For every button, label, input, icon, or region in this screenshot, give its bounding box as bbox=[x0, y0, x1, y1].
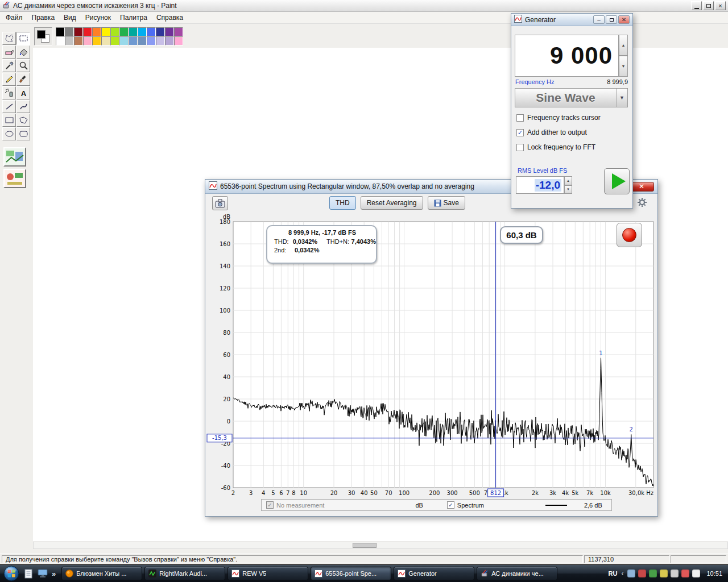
menu-item-1[interactable]: Файл bbox=[1, 12, 27, 23]
scrollbar-thumb[interactable] bbox=[353, 543, 377, 548]
frequency-tracks-cursor-checkbox[interactable] bbox=[516, 114, 524, 122]
color-swatch[interactable] bbox=[83, 36, 92, 45]
language-indicator[interactable]: RU bbox=[609, 570, 618, 577]
second-harmonic-value: 0,0342% bbox=[295, 247, 319, 253]
tray-icon-4[interactable] bbox=[660, 569, 668, 577]
menu-item-3[interactable]: Вид bbox=[59, 12, 81, 23]
color-swatch[interactable] bbox=[56, 27, 65, 36]
task-label: Generator bbox=[408, 570, 437, 577]
color-swatch[interactable] bbox=[119, 36, 129, 45]
color-swatch[interactable] bbox=[147, 27, 156, 36]
add-dither-checkbox[interactable]: ✓ bbox=[516, 129, 524, 136]
minimize-button[interactable]: – bbox=[593, 15, 605, 24]
rounded-rect-tool[interactable] bbox=[16, 127, 30, 140]
play-button[interactable] bbox=[604, 168, 630, 194]
color-swatch[interactable] bbox=[165, 36, 174, 45]
airbrush-tool[interactable] bbox=[2, 86, 16, 99]
save-button[interactable]: Save bbox=[428, 196, 465, 210]
maximize-button[interactable] bbox=[606, 15, 617, 24]
color-swatch[interactable] bbox=[165, 27, 174, 36]
color-swatch[interactable] bbox=[129, 27, 138, 36]
menu-item-4[interactable]: Рисунок bbox=[81, 12, 115, 23]
line-tool[interactable] bbox=[2, 100, 16, 113]
taskbar-task-4[interactable]: 65536-point Spe... bbox=[311, 567, 391, 580]
color-swatch[interactable] bbox=[83, 27, 92, 36]
color-swatch[interactable] bbox=[65, 27, 74, 36]
color-swatch[interactable] bbox=[56, 36, 65, 45]
free-select-tool[interactable] bbox=[2, 32, 16, 45]
color-swatch[interactable] bbox=[65, 36, 74, 45]
menu-item-6[interactable]: Справка bbox=[152, 12, 188, 23]
tray-icon-1[interactable] bbox=[627, 569, 635, 577]
spectrum-checkbox[interactable]: ✓ bbox=[447, 501, 454, 509]
color-swatch[interactable] bbox=[138, 36, 147, 45]
taskbar-task-5[interactable]: Generator bbox=[394, 567, 474, 580]
picker-tool[interactable] bbox=[2, 59, 16, 72]
brush-tool[interactable] bbox=[16, 73, 30, 86]
taskbar-task-6[interactable]: АС динамики че... bbox=[477, 567, 557, 580]
color-swatch[interactable] bbox=[92, 36, 101, 45]
minimize-button[interactable] bbox=[691, 1, 702, 10]
taskbar-task-2[interactable]: RightMark Audi... bbox=[144, 567, 225, 580]
settings-gear-icon[interactable] bbox=[637, 197, 648, 209]
color-swatch[interactable] bbox=[110, 27, 119, 36]
color-swatch[interactable] bbox=[156, 27, 165, 36]
color-swatch[interactable] bbox=[92, 27, 101, 36]
color-swatch[interactable] bbox=[138, 27, 147, 36]
color-swatch[interactable] bbox=[147, 36, 156, 45]
no-measurement-checkbox[interactable]: ✓ bbox=[266, 501, 274, 509]
pencil-tool[interactable] bbox=[2, 73, 16, 86]
taskbar-task-3[interactable]: REW V5 bbox=[228, 567, 308, 580]
lock-frequency-checkbox[interactable] bbox=[516, 144, 524, 151]
tray-expand-chevron[interactable]: ‹ bbox=[621, 569, 623, 577]
toolbar-overflow-chevron[interactable]: » bbox=[52, 569, 56, 578]
reset-averaging-button[interactable]: Reset Averaging bbox=[361, 196, 423, 210]
clipart-thumbnail-1[interactable] bbox=[3, 147, 26, 167]
frequency-display[interactable]: 9 000 bbox=[515, 35, 619, 77]
fill-tool[interactable] bbox=[16, 45, 30, 59]
text-tool[interactable]: A bbox=[16, 86, 30, 99]
color-swatch[interactable] bbox=[156, 36, 165, 45]
close-button[interactable]: × bbox=[715, 1, 726, 10]
rms-spinner[interactable]: ▲▼ bbox=[564, 176, 572, 194]
color-swatch[interactable] bbox=[110, 36, 119, 45]
document-icon[interactable] bbox=[23, 568, 34, 579]
record-button[interactable] bbox=[617, 223, 642, 247]
tray-icon-3[interactable] bbox=[649, 569, 657, 577]
frequency-spinner[interactable]: ▲▼ bbox=[619, 35, 628, 77]
show-desktop-icon[interactable] bbox=[38, 568, 48, 579]
taskbar-task-1[interactable]: Блюзмен Хиты ... bbox=[61, 567, 142, 580]
thd-button[interactable]: THD bbox=[329, 196, 356, 210]
polygon-tool[interactable] bbox=[16, 114, 30, 127]
tray-icon-5[interactable] bbox=[671, 569, 679, 577]
color-swatch[interactable] bbox=[174, 27, 183, 36]
color-swatch[interactable] bbox=[74, 36, 83, 45]
clipart-thumbnail-2[interactable] bbox=[3, 169, 26, 188]
rectangle-tool[interactable] bbox=[2, 114, 16, 127]
restore-button[interactable] bbox=[703, 1, 714, 10]
tray-icon-7[interactable] bbox=[692, 569, 700, 577]
color-swatch[interactable] bbox=[119, 27, 129, 36]
curve-tool[interactable] bbox=[16, 100, 30, 113]
color-swatch[interactable] bbox=[174, 36, 183, 45]
ellipse-tool[interactable] bbox=[2, 127, 16, 140]
color-swatch[interactable] bbox=[101, 36, 110, 45]
tray-icon-2[interactable] bbox=[638, 569, 646, 577]
menu-item-2[interactable]: Правка bbox=[27, 12, 60, 23]
eraser-tool[interactable] bbox=[2, 45, 16, 59]
rect-select-tool[interactable] bbox=[16, 32, 30, 45]
start-button[interactable] bbox=[3, 565, 20, 582]
waveform-select[interactable]: Sine Wave ▼ bbox=[515, 88, 628, 107]
capture-graph-button[interactable] bbox=[212, 196, 228, 210]
magnifier-tool[interactable] bbox=[16, 59, 30, 72]
color-swatch[interactable] bbox=[129, 36, 138, 45]
close-button[interactable]: ✕ bbox=[618, 15, 630, 24]
color-swatch[interactable] bbox=[101, 27, 110, 36]
rms-level-input[interactable]: -12,0 bbox=[516, 176, 564, 194]
menu-item-5[interactable]: Палитра bbox=[115, 12, 152, 23]
color-swatch[interactable] bbox=[74, 27, 83, 36]
canvas-horizontal-scrollbar[interactable] bbox=[33, 542, 728, 549]
taskbar-clock[interactable]: 10:51 bbox=[706, 570, 722, 577]
generator-titlebar[interactable]: Generator – ✕ bbox=[511, 14, 632, 26]
tray-icon-6[interactable] bbox=[681, 569, 689, 577]
